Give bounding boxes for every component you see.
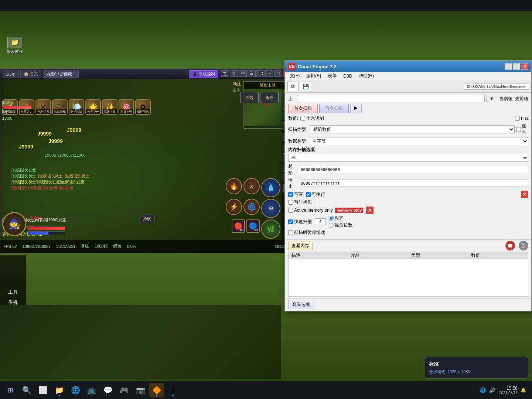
skill-thunder[interactable]: ⚡ [226, 199, 242, 215]
desktop-icon-folder[interactable]: 📁 修改教程 [2, 37, 28, 54]
skill-icon-3[interactable]: 🛡防战清积 [52, 99, 68, 115]
stop-scan-btn[interactable] [505, 241, 515, 250]
tray-volume[interactable]: 🔊 [489, 386, 496, 394]
taskbar-edge[interactable]: 🌐 [68, 383, 83, 398]
active-mem-x-btn[interactable]: ✕ [366, 207, 374, 214]
stat-1ge: 1个 [2, 109, 32, 116]
skill-wind[interactable]: 🌀 [243, 199, 260, 215]
menu-edit[interactable]: 编辑(E) [303, 72, 324, 80]
pointer-btn[interactable]: 🖱 [519, 241, 528, 250]
next-scan-btn[interactable]: 再次扫描 [319, 104, 349, 113]
skill-water[interactable]: 💧 [261, 178, 280, 197]
taskbar-bilibili[interactable]: 📺 [84, 383, 99, 398]
cow-cb[interactable] [288, 200, 293, 205]
skill-icon-5[interactable]: 🌟首光花色 [85, 99, 101, 115]
value-down-btn[interactable]: ▼ [486, 95, 497, 102]
memory-scan-select[interactable]: All [288, 154, 528, 162]
hex-label: 十六进制 [306, 115, 324, 122]
tab-game1[interactable]: 1(64) [3, 70, 19, 78]
skill-sword[interactable]: ⚔ [243, 178, 260, 194]
skill-icon-7[interactable]: 🎯回归扎鸭 [119, 99, 134, 115]
tray-network[interactable]: 🌐 [479, 386, 487, 394]
taskbar-orange[interactable]: 🔶 [149, 383, 164, 398]
skill-icon-2[interactable]: ⚔连利打刀 [35, 99, 51, 115]
data-type-row: 数据类型 4 字节 [288, 137, 528, 145]
settings-btn[interactable]: ⚙ [230, 70, 238, 77]
taskbar-right: 🌐 🔊 15:56 2023/03/15 🔔 [479, 386, 529, 395]
skill-icon-6[interactable]: ✨克族主联 [102, 99, 117, 115]
menu-file[interactable]: 文(F) [287, 72, 303, 80]
cam-btn[interactable]: 📷 [221, 70, 229, 77]
value-label: 数值: [288, 115, 298, 122]
data-type-select[interactable]: 4 字节 [310, 137, 528, 145]
toolbar-btn-0[interactable]: 🖥 [287, 82, 299, 91]
advanced-options-btn[interactable]: 高级选项 [288, 300, 314, 309]
lastbit-radio-input[interactable] [329, 223, 334, 228]
tab-interior[interactable]: 内置0.1折西藏... [43, 70, 79, 78]
potion-0[interactable]: 🔴96 [232, 219, 245, 233]
fast-scan-cb[interactable] [288, 219, 293, 224]
red-x-btn[interactable]: ✕ [521, 191, 528, 198]
hex-checkbox[interactable] [300, 116, 305, 121]
taskbar-explorer[interactable]: 📁 [52, 383, 66, 398]
skill-icon-8[interactable]: ♻循环管脉 [135, 99, 151, 115]
potion-1[interactable]: 🔵97 [246, 219, 260, 233]
skill-ice[interactable]: ❄ [261, 199, 280, 218]
align-options: 对齐 最后位数 [329, 215, 352, 228]
active-memory-row: Active memory only memory only ✕ [288, 207, 528, 214]
scan-type-select[interactable]: 精确数值 [310, 125, 515, 133]
ce-close-btn[interactable]: ✕ [521, 63, 528, 70]
taskbar-taskview[interactable]: ⬜ [35, 383, 50, 398]
process-display: 00002A58-LdVBoxHeadless.exe [464, 83, 529, 90]
active-mem-cb[interactable] [288, 208, 293, 213]
first-scan-btn[interactable]: 首次扫描 [288, 104, 318, 113]
reverse-checkbox: 逆向 [516, 123, 528, 136]
lua-checkbox[interactable] [515, 116, 520, 121]
skill-fire[interactable]: 🔥 [226, 178, 242, 194]
taskbar-search[interactable]: 🔍 [19, 383, 34, 398]
ce-main-panel: 上 ▼ 当前值 先前值 首次扫描 再次扫描 ▶ 数值: 十六进制 [285, 93, 531, 311]
col-value: 数值 [468, 252, 528, 259]
ce-maximize-btn[interactable]: □ [513, 63, 520, 70]
taskbar-ce[interactable]: ⚙ [166, 383, 180, 398]
expand-btn[interactable]: ▶ [350, 104, 362, 113]
max-btn[interactable]: □ [274, 70, 282, 77]
start-input[interactable] [299, 166, 528, 173]
phone-control-btn[interactable]: 📱 手机控制 [189, 70, 218, 78]
fullscreen-btn[interactable]: ⛶ [256, 70, 265, 77]
clock-date: 2023/03/15 [499, 391, 518, 395]
toolbar-btn-1[interactable]: 💾 [300, 82, 311, 91]
fast-scan-value[interactable] [315, 218, 326, 225]
tab-home[interactable]: 🏠 首页 [20, 70, 41, 78]
taskbar-camera[interactable]: 📷 [133, 383, 148, 398]
skill-icon-4[interactable]: 💨防护攻啸 [69, 99, 84, 115]
bag-button[interactable]: 背包 [240, 92, 259, 103]
end-input[interactable] [299, 180, 528, 187]
hp-bar [3, 106, 31, 109]
notification-popup: 标准 全屏模式: 1920 × 1080 [425, 357, 528, 379]
current-value-input[interactable] [298, 95, 485, 102]
mp-fill [28, 232, 48, 235]
min-btn[interactable]: ─ [265, 70, 273, 77]
memory-scan-label: 内存扫描选项 [288, 147, 528, 153]
menu-btn[interactable]: ☰ [248, 70, 256, 77]
menu-help[interactable]: 帮助(H) [356, 72, 377, 80]
role-button[interactable]: 角色 [260, 92, 279, 103]
menu-d3d[interactable]: D3D [340, 73, 355, 79]
email-btn[interactable]: ✉ [239, 70, 247, 77]
pickup-button[interactable]: 拾取 [140, 215, 154, 223]
menu-table[interactable]: 表单 [325, 72, 340, 80]
taskbar-game[interactable]: 🎮 [117, 383, 132, 398]
reverse-cb[interactable] [516, 127, 521, 132]
writable-cb[interactable] [288, 192, 293, 197]
ce-minimize-btn[interactable]: ─ [505, 63, 512, 70]
notification-icon[interactable]: 🔔 [521, 388, 526, 393]
damage-float-2: J9999 [48, 138, 63, 144]
start-button[interactable]: ⊞ [3, 383, 18, 398]
pause-scan-cb[interactable] [288, 230, 293, 235]
view-memory-btn[interactable]: 查看内存 [288, 242, 313, 250]
executable-cb[interactable] [306, 192, 311, 197]
skill-special[interactable]: 🌿 [261, 219, 280, 239]
taskbar-wechat[interactable]: 💬 [100, 383, 115, 398]
align-radio-input[interactable] [329, 216, 334, 221]
